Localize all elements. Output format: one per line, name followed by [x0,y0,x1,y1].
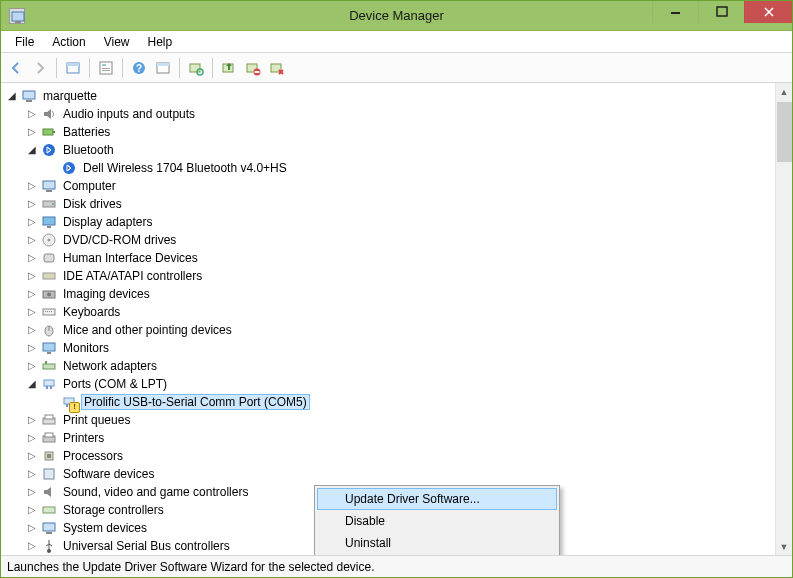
toolbar-uninstall-button[interactable] [266,57,288,79]
collapse-arrow-icon[interactable]: ▷ [27,504,37,515]
expand-arrow-icon[interactable]: ◢ [27,378,37,389]
svg-rect-9 [102,70,110,71]
collapse-arrow-icon[interactable]: ▷ [27,252,37,263]
tree-node[interactable]: ▷Imaging devices [27,285,773,303]
collapse-arrow-icon[interactable]: ▷ [27,360,37,371]
tree-node[interactable]: ▷Monitors [27,339,773,357]
collapse-arrow-icon[interactable]: ▷ [27,180,37,191]
port-icon [41,376,57,392]
collapse-arrow-icon[interactable]: ▷ [27,342,37,353]
svg-rect-40 [45,311,46,312]
printer-icon [41,430,57,446]
menu-view[interactable]: View [96,33,138,51]
menu-action[interactable]: Action [44,33,93,51]
monitor-icon [41,340,57,356]
collapse-arrow-icon[interactable]: ▷ [27,270,37,281]
tree-node[interactable]: ▷IDE ATA/ATAPI controllers [27,267,773,285]
scroll-down-icon[interactable]: ▼ [776,538,792,555]
tree-node[interactable]: ▷Print queues [27,411,773,429]
toolbar-properties-button[interactable] [95,57,117,79]
expand-arrow-icon[interactable]: ◢ [7,90,17,101]
collapse-arrow-icon[interactable]: ▷ [27,432,37,443]
svg-rect-28 [46,190,52,192]
context-disable[interactable]: Disable [317,510,557,532]
svg-point-66 [47,549,51,553]
svg-rect-27 [43,181,55,189]
tree-node-label: Display adapters [61,215,154,229]
tree-node[interactable]: ▷Processors [27,447,773,465]
sound-icon [41,484,57,500]
toolbar-update-driver-button[interactable] [218,57,240,79]
toolbar-help-button[interactable]: ? [128,57,150,79]
collapse-arrow-icon[interactable]: ▷ [27,108,37,119]
context-update-driver[interactable]: Update Driver Software... [317,488,557,510]
tree-node[interactable]: ▷Batteries [27,123,773,141]
tree-node[interactable]: ▷Audio inputs and outputs [27,105,773,123]
menu-file[interactable]: File [7,33,42,51]
context-uninstall[interactable]: Uninstall [317,532,557,554]
tree-node[interactable]: ▷DVD/CD-ROM drives [27,231,773,249]
tree-root-node[interactable]: ◢ marquette [7,87,773,105]
svg-rect-59 [45,433,53,437]
tree-node[interactable]: ▷Network adapters [27,357,773,375]
tree-node[interactable]: ▷Display adapters [27,213,773,231]
tree-leaf-node-selected[interactable]: Prolific USB-to-Serial Comm Port (COM5) [47,393,773,411]
collapse-arrow-icon[interactable]: ▷ [27,450,37,461]
svg-rect-52 [50,386,52,389]
tree-node-label: Human Interface Devices [61,251,200,265]
svg-point-38 [47,293,51,297]
minimize-button[interactable] [652,1,698,23]
collapse-arrow-icon[interactable]: ▷ [27,324,37,335]
collapse-arrow-icon[interactable]: ▷ [27,216,37,227]
app-icon [9,8,25,24]
svg-rect-51 [46,386,48,389]
collapse-arrow-icon[interactable]: ▷ [27,540,37,551]
collapse-arrow-icon[interactable]: ▷ [27,198,37,209]
tree-leaf-node[interactable]: Dell Wireless 1704 Bluetooth v4.0+HS [47,159,773,177]
maximize-button[interactable] [698,1,744,23]
tree-node[interactable]: ▷Software devices [27,465,773,483]
collapse-arrow-icon[interactable]: ▷ [27,486,37,497]
tree-node[interactable]: ◢Ports (COM & LPT) [27,375,773,393]
svg-rect-5 [67,63,79,66]
close-button[interactable] [744,1,792,23]
collapse-arrow-icon[interactable]: ▷ [27,468,37,479]
svg-point-30 [52,203,54,205]
tree-node[interactable]: ◢Bluetooth [27,141,773,159]
usb-icon [41,538,57,554]
toolbar-window-button[interactable] [152,57,174,79]
toolbar-scan-button[interactable] [185,57,207,79]
tree-node[interactable]: ▷Printers [27,429,773,447]
toolbar-forward-button[interactable] [29,57,51,79]
tree-node-label: Printers [61,431,106,445]
tree-node[interactable]: ▷Computer [27,177,773,195]
svg-rect-43 [51,311,52,312]
collapse-arrow-icon[interactable]: ▷ [27,306,37,317]
toolbar-back-button[interactable] [5,57,27,79]
svg-rect-47 [47,352,51,354]
titlebar[interactable]: Device Manager [1,1,792,31]
content-area: ◢ marquette ▷Audio inputs and outputs ▷B… [1,83,792,555]
collapse-arrow-icon[interactable]: ▷ [27,414,37,425]
computer-icon [41,178,57,194]
menu-help[interactable]: Help [140,33,181,51]
device-tree[interactable]: ◢ marquette ▷Audio inputs and outputs ▷B… [1,83,775,555]
tree-node-label: Ports (COM & LPT) [61,377,169,391]
toolbar-disable-button[interactable] [242,57,264,79]
tree-node[interactable]: ▷Keyboards [27,303,773,321]
tree-node[interactable]: ▷Human Interface Devices [27,249,773,267]
scroll-up-icon[interactable]: ▲ [776,83,792,100]
collapse-arrow-icon[interactable]: ▷ [27,234,37,245]
vertical-scrollbar[interactable]: ▲ ▼ [775,83,792,555]
tree-node[interactable]: ▷Disk drives [27,195,773,213]
svg-point-26 [63,162,75,174]
battery-icon [41,124,57,140]
collapse-arrow-icon[interactable]: ▷ [27,522,37,533]
expand-arrow-icon[interactable]: ◢ [27,144,37,155]
collapse-arrow-icon[interactable]: ▷ [27,288,37,299]
scroll-thumb[interactable] [777,102,792,162]
tree-node[interactable]: ▷Mice and other pointing devices [27,321,773,339]
tree-node-label: IDE ATA/ATAPI controllers [61,269,204,283]
toolbar-show-hide-button[interactable] [62,57,84,79]
collapse-arrow-icon[interactable]: ▷ [27,126,37,137]
